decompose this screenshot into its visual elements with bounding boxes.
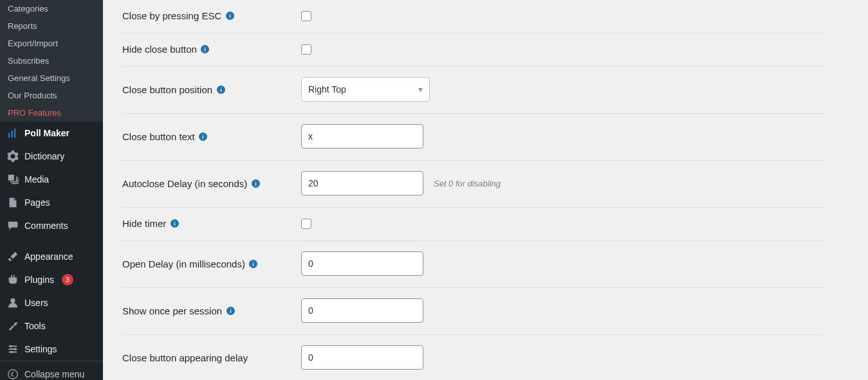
menu-plugins[interactable]: Plugins 3 xyxy=(0,268,103,291)
menu-label: Pages xyxy=(24,197,50,208)
user-icon xyxy=(6,296,19,309)
submenu-export-import[interactable]: Export/Import xyxy=(0,35,103,52)
svg-rect-0 xyxy=(8,133,10,138)
svg-point-6 xyxy=(10,351,13,354)
field-label: Autoclose Delay (in seconds) xyxy=(122,178,247,189)
select-value: Right Top xyxy=(308,84,346,95)
svg-text:i: i xyxy=(230,307,231,314)
close-text-input[interactable] xyxy=(301,124,423,149)
row-close-position: Close button position i Right Top ▾ xyxy=(122,67,824,114)
svg-text:i: i xyxy=(253,260,254,267)
svg-text:i: i xyxy=(220,86,221,93)
collapse-menu[interactable]: Collapse menu xyxy=(0,361,103,380)
once-per-session-input[interactable] xyxy=(301,298,423,323)
brush-icon xyxy=(6,250,19,263)
field-label: Close button appearing delay xyxy=(122,352,248,363)
autoclose-delay-input[interactable] xyxy=(301,171,423,195)
info-icon[interactable]: i xyxy=(251,179,260,188)
row-open-delay: Open Delay (in milliseconds) i xyxy=(122,241,824,288)
field-label: Hide timer xyxy=(122,218,166,229)
svg-rect-1 xyxy=(11,131,13,138)
svg-text:i: i xyxy=(229,13,230,19)
field-label: Close button text xyxy=(122,131,195,142)
svg-text:i: i xyxy=(205,46,206,53)
comment-icon xyxy=(6,219,19,232)
info-icon[interactable]: i xyxy=(249,259,258,268)
row-hide-timer: Hide timer i xyxy=(122,208,824,241)
info-icon[interactable]: i xyxy=(170,219,179,228)
menu-tools[interactable]: Tools xyxy=(0,314,103,338)
page-icon xyxy=(6,196,19,209)
close-position-select[interactable]: Right Top ▾ xyxy=(301,77,430,102)
close-esc-checkbox[interactable] xyxy=(301,11,311,21)
menu-poll-maker[interactable]: Poll Maker xyxy=(0,122,103,145)
close-appearing-delay-input[interactable] xyxy=(301,345,423,370)
menu-label: Poll Maker xyxy=(24,128,69,138)
field-label: Close button position xyxy=(122,84,212,95)
row-close-appearing-delay: Close button appearing delay xyxy=(122,335,824,380)
submenu-reports[interactable]: Reports xyxy=(0,17,103,35)
chevron-down-icon: ▾ xyxy=(418,84,423,95)
info-icon[interactable]: i xyxy=(225,12,234,21)
svg-text:i: i xyxy=(202,133,203,140)
info-icon[interactable]: i xyxy=(226,306,235,315)
svg-text:i: i xyxy=(255,180,256,186)
info-icon[interactable]: i xyxy=(199,132,208,141)
menu-label: Dictionary xyxy=(24,151,64,161)
gear-icon xyxy=(6,150,19,163)
hide-timer-checkbox[interactable] xyxy=(301,219,311,229)
submenu-categories[interactable]: Categories xyxy=(0,0,103,17)
menu-users[interactable]: Users xyxy=(0,291,103,314)
svg-point-5 xyxy=(14,348,17,350)
menu-label: Tools xyxy=(24,321,46,331)
row-close-text: Close button text i xyxy=(122,114,824,161)
media-icon xyxy=(6,173,19,186)
helper-text: Set 0 for disabling xyxy=(434,179,501,188)
menu-label: Media xyxy=(24,174,49,185)
field-label: Close by pressing ESC xyxy=(122,10,221,21)
row-hide-close: Hide close button i xyxy=(122,33,824,67)
submenu-general-settings[interactable]: General Settings xyxy=(0,69,103,87)
menu-media[interactable]: Media xyxy=(0,168,103,191)
plugins-update-badge: 3 xyxy=(62,274,73,285)
svg-point-7 xyxy=(8,370,17,379)
svg-point-3 xyxy=(10,298,15,303)
settings-icon xyxy=(6,343,19,356)
chart-icon xyxy=(6,127,19,140)
row-autoclose-delay: Autoclose Delay (in seconds) i Set 0 for… xyxy=(122,161,824,208)
menu-settings[interactable]: Settings xyxy=(0,338,103,361)
menu-dictionary[interactable]: Dictionary xyxy=(0,145,103,168)
menu-appearance[interactable]: Appearance xyxy=(0,245,103,268)
submenu-pro-features[interactable]: PRO Features xyxy=(0,104,103,122)
menu-label: Comments xyxy=(24,221,68,231)
info-icon[interactable]: i xyxy=(216,85,225,94)
info-icon[interactable]: i xyxy=(201,45,210,54)
field-label: Show once per session xyxy=(122,305,222,316)
open-delay-input[interactable] xyxy=(301,251,423,276)
collapse-icon xyxy=(6,368,19,380)
wrench-icon xyxy=(6,320,19,332)
menu-label: Appearance xyxy=(24,251,73,262)
hide-close-checkbox[interactable] xyxy=(301,44,311,55)
submenu-our-products[interactable]: Our Products xyxy=(0,87,103,104)
submenu-subscribes[interactable]: Subscribes xyxy=(0,52,103,69)
collapse-label: Collapse menu xyxy=(24,369,84,379)
admin-sidebar: Categories Reports Export/Import Subscri… xyxy=(0,0,103,380)
svg-text:i: i xyxy=(174,221,175,227)
menu-label: Users xyxy=(24,298,48,308)
row-close-esc: Close by pressing ESC i xyxy=(122,0,824,33)
menu-label: Settings xyxy=(24,344,57,354)
field-label: Hide close button xyxy=(122,44,197,55)
row-once-per-session: Show once per session i xyxy=(122,288,824,335)
menu-comments[interactable]: Comments xyxy=(0,214,103,237)
menu-label: Plugins xyxy=(24,275,54,285)
menu-pages[interactable]: Pages xyxy=(0,191,103,214)
field-label: Open Delay (in milliseconds) xyxy=(122,258,245,269)
svg-rect-2 xyxy=(14,129,16,138)
plugin-icon xyxy=(6,273,19,286)
svg-point-4 xyxy=(10,345,12,348)
settings-panel: Close by pressing ESC i Hide close butto… xyxy=(103,0,868,380)
